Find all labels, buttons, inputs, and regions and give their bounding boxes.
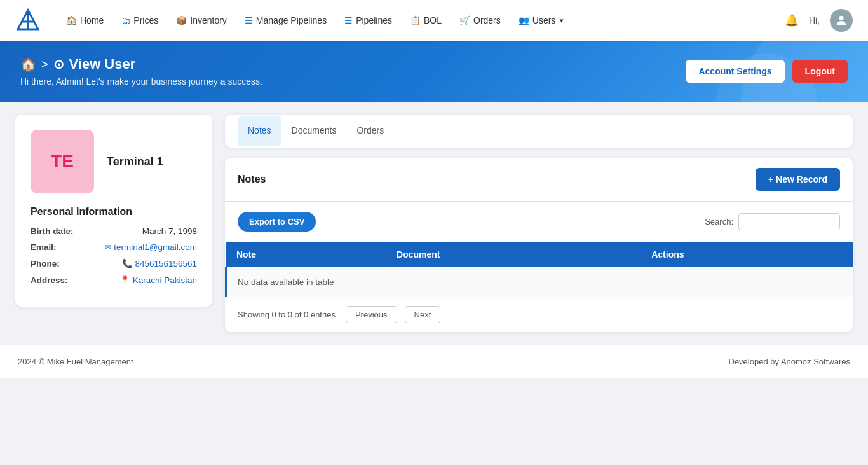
next-button[interactable]: Next (405, 306, 441, 323)
notes-toolbar: Export to CSV Search: (225, 202, 853, 242)
search-input[interactable] (738, 213, 840, 230)
search-row: Search: (705, 213, 840, 230)
table-empty-row: No data available in table (226, 267, 853, 297)
tab-documents[interactable]: Documents (281, 116, 347, 146)
phone-row: Phone: 📞 8456156156561 (31, 258, 197, 268)
nav-link-inventory-label: Inventory (190, 15, 227, 25)
phone-icon: 📞 (122, 259, 133, 268)
email-icon: ✉ (105, 243, 111, 252)
empty-message: No data available in table (226, 267, 853, 297)
logout-button[interactable]: Logout (792, 60, 848, 83)
tab-orders[interactable]: Orders (346, 116, 394, 146)
email-row: Email: ✉ terminal1@gmail.com (31, 242, 197, 252)
nav-link-home[interactable]: 🏠 Home (66, 15, 104, 25)
user-avatar-wrapper: TE Terminal 1 (31, 130, 197, 193)
email-label: Email: (31, 242, 57, 252)
address-row: Address: 📍 Karachi Pakistan (31, 275, 197, 285)
hero-actions: Account Settings Logout (686, 60, 848, 83)
col-note: Note (226, 242, 386, 267)
notes-panel: Notes + New Record Export to CSV Search:… (225, 158, 853, 332)
birth-date-row: Birth date: March 7, 1998 (31, 226, 197, 236)
inventory-icon: 📦 (176, 15, 187, 25)
nav-link-bol[interactable]: 📋 BOL (410, 15, 442, 25)
main-content: TE Terminal 1 Personal Information Birth… (0, 102, 868, 345)
nav-link-manage-pipelines[interactable]: ☰ Manage Pipelines (245, 15, 327, 25)
notes-table-header: Note Document Actions (226, 242, 853, 267)
svg-point-3 (839, 16, 843, 20)
home-breadcrumb-icon: 🏠 (20, 57, 36, 72)
email-value: ✉ terminal1@gmail.com (105, 242, 197, 252)
nav-link-inventory[interactable]: 📦 Inventory (176, 15, 227, 25)
new-record-button[interactable]: + New Record (756, 168, 840, 191)
avatar-initials: TE (51, 151, 74, 172)
nav-link-orders-label: Orders (473, 15, 501, 25)
user-name: Terminal 1 (107, 155, 163, 169)
account-settings-button[interactable]: Account Settings (686, 60, 784, 83)
address-value: 📍 Karachi Pakistan (119, 275, 197, 285)
personal-info-title: Personal Information (31, 206, 197, 218)
birth-date-value: March 7, 1998 (142, 226, 197, 236)
previous-button[interactable]: Previous (346, 306, 397, 323)
footer-left: 2024 © Mike Fuel Management (18, 357, 133, 366)
search-label: Search: (705, 217, 733, 226)
page-title: View User (69, 56, 136, 73)
notes-table: Note Document Actions No data available … (225, 242, 853, 297)
notes-footer: Showing 0 to 0 of 0 entries Previous Nex… (225, 297, 853, 332)
birth-date-label: Birth date: (31, 226, 74, 236)
home-icon: 🏠 (66, 15, 77, 25)
user-card: TE Terminal 1 Personal Information Birth… (15, 115, 212, 307)
nav-link-users[interactable]: 👥 Users ▾ (519, 15, 564, 25)
phone-label: Phone: (31, 259, 60, 268)
nav-link-pipelines-label: Pipelines (356, 15, 392, 25)
showing-entries: Showing 0 to 0 of 0 entries (238, 310, 336, 319)
address-label: Address: (31, 275, 68, 285)
hero-subtitle: Hi there, Admin! Let's make your busines… (20, 76, 262, 87)
notes-panel-title: Notes (238, 174, 266, 185)
nav-link-bol-label: BOL (424, 15, 442, 25)
notification-bell-icon[interactable]: 🔔 (785, 13, 799, 27)
nav-right: 🔔 Hi, (785, 9, 853, 32)
phone-value: 📞 8456156156561 (122, 258, 197, 268)
tabs-card: Notes Documents Orders (225, 115, 853, 148)
navbar: 🏠 Home 🗂 Prices 📦 Inventory ☰ Manage Pip… (0, 0, 868, 41)
nav-link-pipelines[interactable]: ☰ Pipelines (344, 15, 392, 25)
nav-link-prices[interactable]: 🗂 Prices (121, 15, 158, 25)
nav-link-users-label: Users (532, 15, 556, 25)
user-avatar: TE (31, 130, 94, 193)
hero-left: 🏠 > ⊙ View User Hi there, Admin! Let's m… (20, 56, 262, 87)
col-document: Document (386, 242, 641, 267)
user-breadcrumb-icon: ⊙ (53, 57, 64, 72)
breadcrumb-separator: > (41, 58, 48, 71)
page-footer: 2024 © Mike Fuel Management Developed by… (0, 345, 868, 378)
chevron-down-icon: ▾ (560, 17, 564, 25)
location-icon: 📍 (119, 275, 130, 285)
tab-notes[interactable]: Notes (238, 116, 281, 146)
orders-icon: 🛒 (459, 15, 470, 25)
user-avatar-nav[interactable] (830, 9, 853, 32)
nav-logo[interactable] (15, 8, 41, 33)
right-panel: Notes Documents Orders Notes + New Recor… (225, 115, 853, 332)
hero-banner: 🏠 > ⊙ View User Hi there, Admin! Let's m… (0, 41, 868, 102)
nav-links: 🏠 Home 🗂 Prices 📦 Inventory ☰ Manage Pip… (66, 15, 785, 25)
export-csv-button[interactable]: Export to CSV (238, 212, 316, 232)
col-actions: Actions (641, 242, 853, 267)
bol-icon: 📋 (410, 15, 421, 25)
breadcrumb: 🏠 > ⊙ View User (20, 56, 262, 73)
users-icon: 👥 (519, 15, 529, 25)
nav-link-prices-label: Prices (133, 15, 158, 25)
manage-pipelines-icon: ☰ (245, 15, 253, 25)
nav-link-orders[interactable]: 🛒 Orders (459, 15, 501, 25)
nav-link-home-label: Home (80, 15, 104, 25)
footer-right: Developed by Anomoz Softwares (729, 357, 851, 366)
nav-hi-label: Hi, (809, 15, 820, 25)
prices-icon: 🗂 (121, 15, 130, 25)
notes-header: Notes + New Record (225, 158, 853, 202)
notes-table-body: No data available in table (226, 267, 853, 297)
pipelines-icon: ☰ (344, 15, 353, 25)
nav-link-manage-pipelines-label: Manage Pipelines (256, 15, 327, 25)
